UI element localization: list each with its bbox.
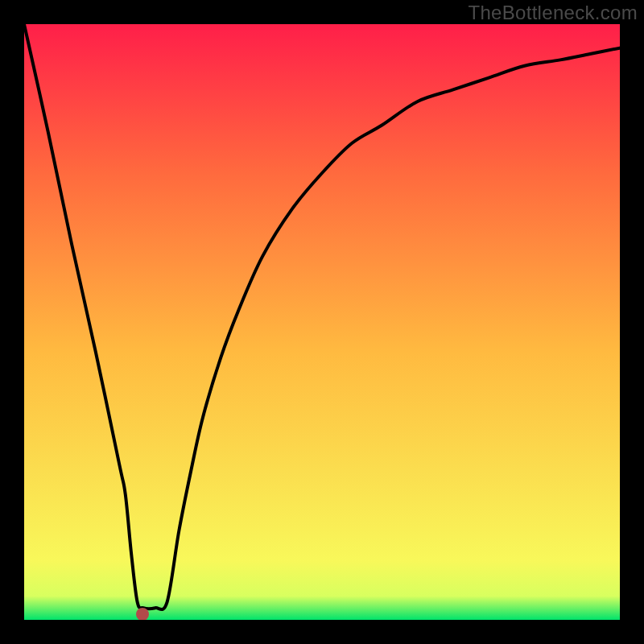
- optimum-marker: [136, 608, 149, 620]
- gradient-background: [24, 24, 620, 620]
- watermark-text: TheBottleneck.com: [468, 2, 638, 24]
- chart-svg: [24, 24, 620, 620]
- plot-area: [24, 24, 620, 620]
- chart-frame: TheBottleneck.com: [0, 0, 644, 644]
